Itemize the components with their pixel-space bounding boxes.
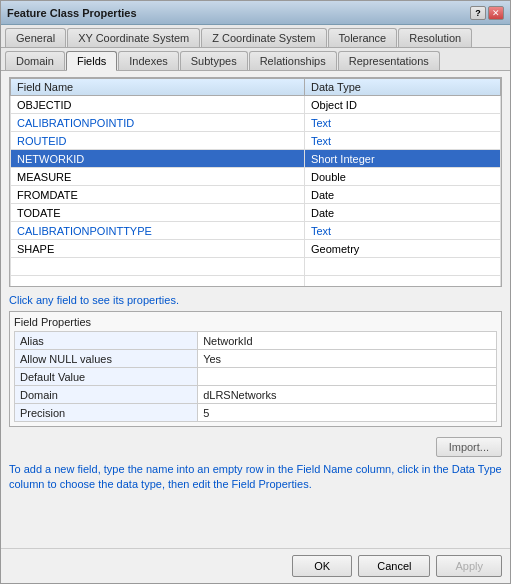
- field-type-cell: Text: [305, 222, 501, 240]
- field-name-cell: [11, 258, 305, 276]
- tab-xy-coord[interactable]: XY Coordinate System: [67, 28, 200, 47]
- table-row[interactable]: OBJECTIDObject ID: [11, 96, 501, 114]
- field-type-cell: [305, 258, 501, 276]
- cancel-button[interactable]: Cancel: [358, 555, 430, 577]
- field-name-cell: OBJECTID: [11, 96, 305, 114]
- tabs-row2: Domain Fields Indexes Subtypes Relations…: [1, 48, 510, 71]
- prop-label: Precision: [15, 404, 198, 422]
- help-button[interactable]: ?: [470, 6, 486, 20]
- tab-relationships[interactable]: Relationships: [249, 51, 337, 70]
- field-type-cell: Geometry: [305, 240, 501, 258]
- hint-text-colored: Field Name column: [296, 463, 391, 475]
- fields-table-container: Field Name Data Type OBJECTIDObject IDCA…: [9, 77, 502, 287]
- props-row: Precision5: [15, 404, 497, 422]
- ok-button[interactable]: OK: [292, 555, 352, 577]
- field-name-cell: MEASURE: [11, 168, 305, 186]
- field-name-cell: ROUTEID: [11, 132, 305, 150]
- click-hint: Click any field to see its properties.: [9, 294, 502, 306]
- tab-tolerance[interactable]: Tolerance: [328, 28, 398, 47]
- table-row[interactable]: NETWORKIDShort Integer: [11, 150, 501, 168]
- title-controls: ? ✕: [470, 6, 504, 20]
- field-type-cell: Double: [305, 168, 501, 186]
- prop-label: Alias: [15, 332, 198, 350]
- tab-resolution[interactable]: Resolution: [398, 28, 472, 47]
- click-hint-rest: to see its properties.: [77, 294, 179, 306]
- field-name-cell: NETWORKID: [11, 150, 305, 168]
- field-properties-title: Field Properties: [14, 316, 497, 328]
- table-row[interactable]: MEASUREDouble: [11, 168, 501, 186]
- prop-label: Default Value: [15, 368, 198, 386]
- table-header-row: Field Name Data Type: [11, 79, 501, 96]
- props-row: Allow NULL valuesYes: [15, 350, 497, 368]
- tab-subtypes[interactable]: Subtypes: [180, 51, 248, 70]
- prop-value: 5: [198, 404, 497, 422]
- field-name-cell: SHAPE: [11, 240, 305, 258]
- field-name-cell: [11, 276, 305, 287]
- apply-button[interactable]: Apply: [436, 555, 502, 577]
- prop-value: Yes: [198, 350, 497, 368]
- field-type-cell: Text: [305, 132, 501, 150]
- props-row: AliasNetworkId: [15, 332, 497, 350]
- close-button[interactable]: ✕: [488, 6, 504, 20]
- table-row[interactable]: TODATEDate: [11, 204, 501, 222]
- prop-value: dLRSNetworks: [198, 386, 497, 404]
- tab-z-coord[interactable]: Z Coordinate System: [201, 28, 326, 47]
- tab-general[interactable]: General: [5, 28, 66, 47]
- hint-text: To add a new field, type the name into a…: [9, 462, 502, 493]
- tab-fields[interactable]: Fields: [66, 51, 117, 71]
- hint-text-plain: To add a new field, type the name into a…: [9, 463, 296, 475]
- table-row[interactable]: CALIBRATIONPOINTTYPEText: [11, 222, 501, 240]
- tab-indexes[interactable]: Indexes: [118, 51, 179, 70]
- tab-domain[interactable]: Domain: [5, 51, 65, 70]
- field-name-cell: TODATE: [11, 204, 305, 222]
- prop-label: Domain: [15, 386, 198, 404]
- field-name-cell: CALIBRATIONPOINTID: [11, 114, 305, 132]
- col-header-type: Data Type: [305, 79, 501, 96]
- table-row[interactable]: ROUTEIDText: [11, 132, 501, 150]
- prop-label: Allow NULL values: [15, 350, 198, 368]
- feature-class-properties-window: Feature Class Properties ? ✕ General XY …: [0, 0, 511, 584]
- table-row[interactable]: [11, 258, 501, 276]
- bottom-bar: OK Cancel Apply: [1, 548, 510, 583]
- prop-value: [198, 368, 497, 386]
- import-button[interactable]: Import...: [436, 437, 502, 457]
- fields-table-scroll[interactable]: Field Name Data Type OBJECTIDObject IDCA…: [10, 78, 501, 286]
- fields-table: Field Name Data Type OBJECTIDObject IDCA…: [10, 78, 501, 286]
- field-type-cell: Date: [305, 186, 501, 204]
- tabs-row1: General XY Coordinate System Z Coordinat…: [1, 25, 510, 48]
- click-hint-colored: Click any field: [9, 294, 77, 306]
- props-row: DomaindLRSNetworks: [15, 386, 497, 404]
- field-type-cell: Object ID: [305, 96, 501, 114]
- field-properties-group: Field Properties AliasNetworkIdAllow NUL…: [9, 311, 502, 427]
- properties-table: AliasNetworkIdAllow NULL valuesYesDefaul…: [14, 331, 497, 422]
- table-row[interactable]: [11, 276, 501, 287]
- field-name-cell: CALIBRATIONPOINTTYPE: [11, 222, 305, 240]
- main-content: Field Name Data Type OBJECTIDObject IDCA…: [1, 71, 510, 548]
- table-row[interactable]: SHAPEGeometry: [11, 240, 501, 258]
- field-type-cell: Text: [305, 114, 501, 132]
- table-row[interactable]: FROMDATEDate: [11, 186, 501, 204]
- prop-value: NetworkId: [198, 332, 497, 350]
- field-name-cell: FROMDATE: [11, 186, 305, 204]
- field-type-cell: [305, 276, 501, 287]
- field-type-cell: Date: [305, 204, 501, 222]
- field-type-cell: Short Integer: [305, 150, 501, 168]
- table-row[interactable]: CALIBRATIONPOINTIDText: [11, 114, 501, 132]
- col-header-name: Field Name: [11, 79, 305, 96]
- window-title: Feature Class Properties: [7, 7, 137, 19]
- title-bar: Feature Class Properties ? ✕: [1, 1, 510, 25]
- props-row: Default Value: [15, 368, 497, 386]
- tab-representations[interactable]: Representations: [338, 51, 440, 70]
